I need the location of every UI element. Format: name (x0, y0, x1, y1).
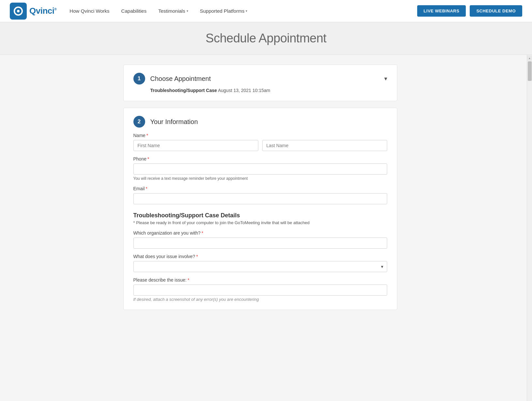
issue-required: * (196, 254, 198, 259)
logo[interactable]: Qvinci® (10, 3, 56, 20)
main-content: 1 Choose Appointment ▾ Troubleshooting/S… (117, 65, 410, 310)
step2-card: 2 Your Information Name* Phone (123, 108, 397, 310)
step2-title: Your Information (150, 118, 198, 126)
nav-how-it-works[interactable]: How Qvinci Works (69, 8, 109, 14)
org-required: * (202, 230, 203, 236)
org-input[interactable] (133, 238, 387, 249)
email-label: Email* (133, 186, 387, 191)
nav-testimonials[interactable]: Testimonials ▾ (158, 8, 188, 14)
step2-header: 2 Your Information (133, 116, 387, 128)
page-wrapper: 1 Choose Appointment ▾ Troubleshooting/S… (0, 55, 532, 401)
scrollbar-thumb[interactable] (528, 61, 532, 81)
org-label: Which organization are you with?* (133, 230, 387, 236)
support-section-note: * Please be ready in front of your compu… (133, 220, 387, 225)
logo-circle (14, 7, 23, 16)
nav-supported-platforms[interactable]: Supported Platforms ▾ (200, 8, 248, 14)
content-area: 1 Choose Appointment ▾ Troubleshooting/S… (0, 55, 527, 401)
step1-header-left: 1 Choose Appointment (133, 73, 211, 85)
phone-input[interactable] (133, 163, 387, 175)
step1-card: 1 Choose Appointment ▾ Troubleshooting/S… (123, 65, 397, 101)
step2-header-left: 2 Your Information (133, 116, 198, 128)
logo-registered: ® (54, 8, 56, 11)
email-required: * (146, 186, 147, 191)
platforms-chevron-icon: ▾ (246, 9, 247, 13)
testimonials-chevron-icon: ▾ (187, 9, 188, 13)
nav-capabilities[interactable]: Capabilities (121, 8, 147, 14)
support-section-title: Troubleshooting/Support Case Details (133, 212, 387, 219)
name-row (133, 140, 387, 151)
page-title: Schedule Appointment (7, 31, 525, 45)
phone-hint: You will receive a text message reminder… (133, 176, 387, 181)
last-name-input[interactable] (262, 140, 387, 151)
appointment-type: Troubleshooting/Support Case (150, 88, 217, 93)
scrollbar-up-arrow[interactable]: ▲ (527, 55, 532, 61)
page-title-bar: Schedule Appointment (0, 22, 532, 55)
first-name-input[interactable] (133, 140, 258, 151)
name-required: * (146, 133, 148, 138)
step1-collapse-button[interactable]: ▾ (384, 75, 387, 82)
logo-wordmark: Qvinci (29, 6, 54, 16)
step2-badge: 2 (133, 116, 145, 128)
describe-input[interactable] (133, 285, 387, 296)
step1-header: 1 Choose Appointment ▾ (133, 73, 387, 85)
live-webinars-button[interactable]: LIVE WEBINARS (417, 5, 466, 17)
phone-label: Phone* (133, 156, 387, 162)
email-input[interactable] (133, 193, 387, 204)
step2-body: Name* Phone* You will receive a text mes… (133, 133, 387, 302)
issue-select[interactable] (133, 261, 387, 272)
logo-text: Qvinci® (29, 6, 56, 16)
partial-text: If desired, attach a screenshot of any e… (133, 297, 387, 302)
describe-label: Please describe the issue:* (133, 277, 387, 283)
navbar: Qvinci® How Qvinci Works Capabilities Te… (0, 0, 532, 22)
issue-label: What does your issue involve?* (133, 254, 387, 259)
nav-buttons: LIVE WEBINARS SCHEDULE DEMO (417, 5, 522, 17)
appointment-datetime-value: August 13, 2021 10:15am (218, 88, 270, 93)
name-label: Name* (133, 133, 387, 138)
schedule-demo-button[interactable]: SCHEDULE DEMO (470, 5, 522, 17)
appointment-detail: Troubleshooting/Support Case August 13, … (150, 88, 387, 93)
step1-title: Choose Appointment (150, 75, 211, 83)
phone-required: * (147, 156, 149, 162)
logo-icon (10, 3, 27, 20)
nav-links: How Qvinci Works Capabilities Testimonia… (69, 8, 417, 14)
scrollbar: ▲ ▼ (527, 55, 532, 401)
describe-required: * (188, 277, 189, 283)
step1-badge: 1 (133, 73, 145, 85)
issue-select-wrapper (133, 261, 387, 272)
